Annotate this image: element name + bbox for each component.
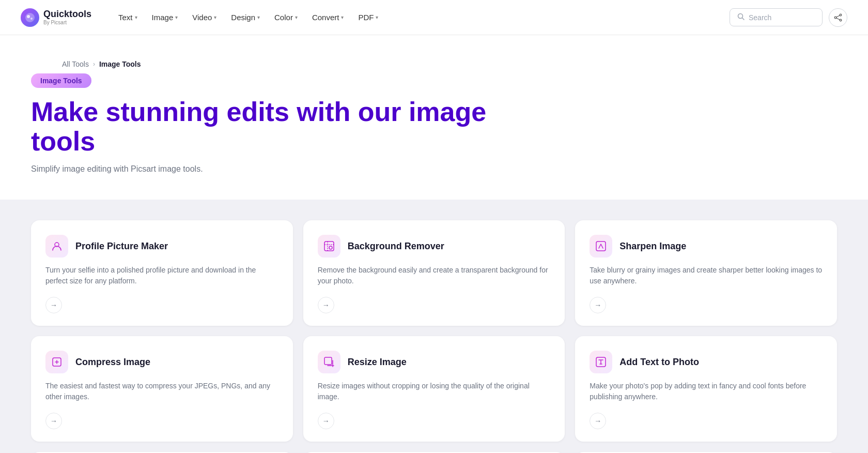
tool-card-resize-image[interactable]: Resize Image Resize images without cropp… (303, 336, 565, 442)
nav-label-video: Video (192, 13, 212, 22)
tool-arrow-resize-image: → (318, 413, 334, 429)
tool-name-add-text-to-photo: Add Text to Photo (619, 357, 699, 368)
tool-name-compress-image: Compress Image (75, 357, 150, 368)
tool-name-sharpen-image: Sharpen Image (619, 241, 686, 252)
tool-card-compress-image[interactable]: Compress Image The easiest and fastest w… (31, 336, 293, 442)
svg-point-6 (834, 17, 836, 19)
tools-grid: Profile Picture Maker Turn your selfie i… (31, 220, 837, 453)
tool-card-header: Add Text to Photo (590, 351, 823, 373)
tool-icon-sharpen-image (590, 235, 612, 258)
hero-badge: Image Tools (31, 73, 91, 88)
svg-point-5 (840, 14, 842, 16)
nav-label-pdf: PDF (358, 13, 374, 22)
tool-name-resize-image: Resize Image (348, 357, 407, 368)
logo-name: Quicktools (43, 9, 91, 20)
search-input[interactable]: Search (730, 8, 823, 26)
svg-rect-13 (596, 241, 606, 251)
svg-line-8 (836, 16, 840, 17)
tools-section: Profile Picture Maker Turn your selfie i… (0, 200, 868, 453)
tool-desc-compress-image: The easiest and fastest way to compress … (45, 381, 278, 402)
tool-card-sharpen-image[interactable]: Sharpen Image Take blurry or grainy imag… (575, 220, 837, 326)
svg-rect-15 (324, 357, 332, 365)
svg-rect-11 (324, 241, 334, 251)
tool-card-header: Sharpen Image (590, 235, 823, 258)
tool-desc-sharpen-image: Take blurry or grainy images and create … (590, 265, 823, 286)
search-icon (737, 13, 745, 22)
tool-card-header: Resize Image (318, 351, 551, 373)
hero-section: All Tools › Image Tools Image Tools Make… (0, 35, 868, 200)
svg-point-12 (329, 246, 332, 249)
tool-icon-compress-image (45, 351, 68, 373)
breadcrumb-current: Image Tools (99, 60, 141, 68)
nav-label-image: Image (152, 13, 174, 22)
chevron-down-icon: ▾ (341, 14, 344, 20)
share-button[interactable] (829, 8, 847, 27)
main-nav: Quicktools By Picsart Text ▾ Image ▾ Vid… (0, 0, 868, 35)
tool-card-add-text-to-photo[interactable]: Add Text to Photo Make your photo's pop … (575, 336, 837, 442)
tool-card-header: Compress Image (45, 351, 278, 373)
tool-desc-background-remover: Remove the background easily and create … (318, 265, 551, 286)
tool-icon-resize-image (318, 351, 340, 373)
svg-point-2 (30, 18, 33, 20)
chevron-down-icon: ▾ (376, 14, 378, 20)
chevron-down-icon: ▾ (135, 14, 137, 20)
tool-desc-profile-picture-maker: Turn your selfie into a polished profile… (45, 265, 278, 286)
tool-arrow-profile-picture-maker: → (45, 297, 62, 313)
nav-item-image[interactable]: Image ▾ (146, 9, 184, 26)
tool-arrow-add-text-to-photo: → (590, 413, 606, 429)
breadcrumb: All Tools › Image Tools (31, 51, 837, 73)
logo-tagline: By Picsart (43, 20, 91, 25)
chevron-down-icon: ▾ (257, 14, 260, 20)
tool-icon-background-remover (318, 235, 340, 258)
nav-item-text[interactable]: Text ▾ (112, 9, 144, 26)
nav-item-design[interactable]: Design ▾ (225, 9, 266, 26)
tool-desc-add-text-to-photo: Make your photo's pop by adding text in … (590, 381, 823, 402)
tool-icon-profile-picture-maker (45, 235, 68, 258)
tool-name-profile-picture-maker: Profile Picture Maker (75, 241, 168, 252)
hero-title: Make stunning edits with our image tools (31, 97, 496, 156)
logo[interactable]: Quicktools By Picsart (21, 8, 91, 27)
svg-point-0 (25, 13, 35, 22)
nav-links: Text ▾ Image ▾ Video ▾ Design ▾ Color ▾ … (112, 9, 730, 26)
tool-arrow-compress-image: → (45, 413, 62, 429)
search-placeholder: Search (749, 13, 771, 22)
tool-card-header: Background Remover (318, 235, 551, 258)
svg-line-4 (742, 18, 745, 20)
nav-item-pdf[interactable]: PDF ▾ (352, 9, 384, 26)
svg-point-1 (27, 15, 30, 18)
nav-item-color[interactable]: Color ▾ (268, 9, 304, 26)
svg-point-7 (840, 19, 842, 21)
nav-right: Search (730, 8, 847, 27)
nav-label-text: Text (118, 13, 133, 22)
tool-arrow-background-remover: → (318, 297, 334, 313)
nav-label-design: Design (231, 13, 255, 22)
tool-arrow-sharpen-image: → (590, 297, 606, 313)
nav-label-convert: Convert (312, 13, 339, 22)
tool-card-header: Profile Picture Maker (45, 235, 278, 258)
svg-line-9 (836, 18, 840, 20)
tool-card-profile-picture-maker[interactable]: Profile Picture Maker Turn your selfie i… (31, 220, 293, 326)
tool-name-background-remover: Background Remover (348, 241, 444, 252)
nav-label-color: Color (274, 13, 293, 22)
breadcrumb-all-tools[interactable]: All Tools (62, 60, 89, 68)
tool-icon-add-text-to-photo (590, 351, 612, 373)
nav-item-video[interactable]: Video ▾ (186, 9, 223, 26)
tool-desc-resize-image: Resize images without cropping or losing… (318, 381, 551, 402)
chevron-down-icon: ▾ (214, 14, 216, 20)
chevron-down-icon: ▾ (175, 14, 178, 20)
nav-item-convert[interactable]: Convert ▾ (306, 9, 350, 26)
logo-icon (21, 8, 39, 27)
tool-card-background-remover[interactable]: Background Remover Remove the background… (303, 220, 565, 326)
chevron-down-icon: ▾ (295, 14, 298, 20)
hero-subtitle: Simplify image editing with Picsart imag… (31, 164, 837, 174)
breadcrumb-separator: › (93, 61, 95, 68)
